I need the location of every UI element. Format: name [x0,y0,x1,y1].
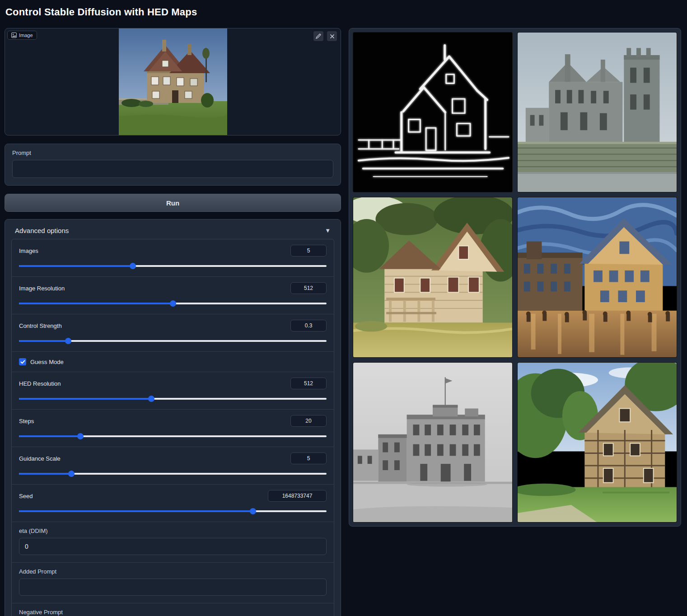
image-resolution-control: Image Resolution [12,276,334,314]
slider-handle[interactable] [170,300,176,307]
added-prompt-label: Added Prompt [19,568,327,575]
slider-fill [19,340,68,342]
run-button[interactable]: Run [5,194,341,212]
added-prompt-input[interactable] [19,579,327,596]
steps-control: Steps [12,409,334,447]
images-label: Images [19,247,38,254]
eta-input[interactable] [19,538,327,555]
steps-slider[interactable] [19,433,327,439]
control-strength-value-input[interactable] [290,320,327,331]
hed-resolution-label: HED Resolution [19,380,61,387]
slider-handle[interactable] [250,508,256,514]
slider-handle[interactable] [130,263,136,269]
advanced-options-header[interactable]: Advanced options ▼ [11,226,334,239]
control-strength-label: Control Strength [19,322,62,329]
checkmark-icon [20,359,25,364]
hed-resolution-slider[interactable] [19,396,327,402]
guidance-scale-control: Guidance Scale [12,447,334,484]
controls-column: Image [5,28,341,616]
slider-handle[interactable] [68,471,75,477]
edit-image-button[interactable] [313,31,323,41]
gallery-item-bw-building[interactable] [353,362,513,523]
image-label-badge: Image [7,31,37,40]
prompt-label: Prompt [12,149,333,156]
images-control: Images [12,239,334,276]
painterly-swirl-image [518,197,677,357]
slider-handle[interactable] [65,338,71,344]
input-image-panel: Image [5,28,341,135]
slider-handle[interactable] [148,396,154,402]
slider-fill [19,398,151,400]
chevron-down-icon[interactable]: ▼ [325,227,331,234]
gallery-item-cathedral[interactable] [517,32,677,192]
gallery-item-wooden-house[interactable] [353,197,513,357]
prompt-panel: Prompt [5,144,341,186]
clear-image-button[interactable] [327,31,337,41]
seed-value-input[interactable] [268,490,327,502]
guidance-scale-slider[interactable] [19,471,327,477]
slider-fill [19,435,80,437]
seed-control: Seed [12,484,334,522]
prompt-input[interactable] [12,160,333,178]
cathedral-image [518,33,677,192]
negative-prompt-control: Negative Prompt [12,603,334,616]
pencil-icon [316,33,321,39]
input-image[interactable] [119,28,227,135]
image-resolution-value-input[interactable] [290,282,327,294]
guess-mode-label: Guess Mode [30,359,64,365]
images-slider[interactable] [19,263,327,269]
negative-prompt-label: Negative Prompt [19,609,327,616]
advanced-options-body: Images Image Resolution [11,239,334,616]
bw-building-image [353,363,512,522]
slider-fill [19,303,173,304]
added-prompt-control: Added Prompt [12,562,334,603]
hed-resolution-control: HED Resolution [12,372,334,409]
slider-fill [19,510,253,512]
seed-label: Seed [19,493,33,499]
seed-slider[interactable] [19,508,327,514]
control-strength-slider[interactable] [19,338,327,344]
gallery-item-timber-house[interactable] [517,362,677,523]
eta-control: eta (DDIM) [12,522,334,562]
control-strength-control: Control Strength [12,314,334,351]
guess-mode-checkbox[interactable] [19,358,26,365]
guidance-scale-label: Guidance Scale [19,455,61,462]
hed-map-image [353,33,512,192]
gallery-item-hed-map[interactable] [353,32,513,192]
images-value-input[interactable] [290,245,327,257]
slider-handle[interactable] [77,433,84,439]
image-label: Image [19,33,33,38]
advanced-options-panel: Advanced options ▼ Images Image Resolut [5,219,341,616]
steps-label: Steps [19,418,34,425]
guess-mode-control: Guess Mode [12,351,334,372]
gallery-item-painterly-swirl[interactable] [517,197,677,357]
close-icon [330,34,335,39]
image-icon [11,33,17,38]
wooden-house-image [353,197,512,357]
eta-label: eta (DDIM) [19,527,327,534]
image-resolution-slider[interactable] [19,300,327,307]
page-title: Control Stable Diffusion with HED Maps [5,6,197,18]
advanced-options-title: Advanced options [15,227,69,234]
guidance-scale-value-input[interactable] [290,453,327,464]
steps-value-input[interactable] [290,415,327,427]
output-gallery [349,28,681,527]
timber-house-image [518,363,677,522]
slider-fill [19,265,133,267]
slider-fill [19,473,71,475]
hed-resolution-value-input[interactable] [290,378,327,389]
image-resolution-label: Image Resolution [19,285,65,292]
